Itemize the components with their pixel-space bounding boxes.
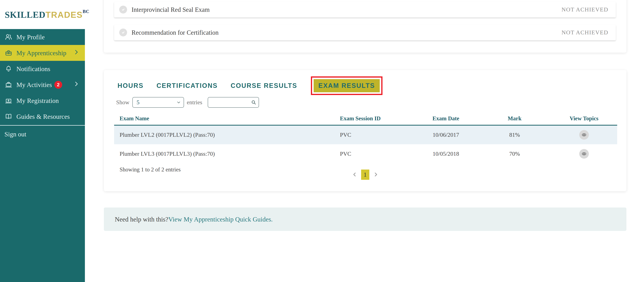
page-size-value: 5 — [136, 99, 176, 106]
sidebar-item-label: My Activities — [16, 81, 52, 89]
brand-trades: TRADES — [46, 10, 83, 20]
help-text: Need help with this? — [115, 215, 168, 223]
brand-logo[interactable]: SKILLEDTRADESBC — [5, 9, 89, 20]
sidebar-item-label: Guides & Resources — [16, 113, 70, 120]
chevron-right-icon — [373, 171, 379, 178]
view-topics-button[interactable] — [579, 149, 589, 159]
brand-bc: BC — [83, 9, 90, 14]
eye-icon — [581, 151, 587, 157]
sidebar-item-label: Notifications — [16, 65, 50, 73]
cell-exam-name: Plumber LVL2 (0017PLLVL2) (Pass:70) — [114, 125, 340, 144]
check-circle-icon — [119, 6, 127, 14]
cell-exam-name: Plumber LVL3 (0017PLLVL3) (Pass:70) — [114, 144, 340, 163]
table-row: Plumber LVL2 (0017PLLVL2) (Pass:70) PVC … — [114, 125, 617, 144]
sidebar-nav: My Profile My Apprenticeship Notificatio… — [0, 29, 85, 282]
column-header-exam-name: Exam Name — [114, 112, 340, 125]
profile-icon — [4, 33, 13, 41]
column-header-mark: Mark — [478, 112, 551, 125]
tab-hours[interactable]: HOURS — [118, 82, 144, 89]
sidebar-item-label: My Profile — [16, 33, 45, 41]
tab-certifications[interactable]: CERTIFICATIONS — [156, 82, 218, 89]
sidebar: SKILLEDTRADESBC My Profile My Apprentice… — [0, 0, 85, 282]
cell-view-topics — [551, 144, 617, 163]
table-row: Plumber LVL3 (0017PLLVL3) (Pass:70) PVC … — [114, 144, 617, 163]
chevron-down-icon — [176, 100, 181, 105]
entries-summary: Showing 1 to 2 of 2 entries — [120, 166, 180, 173]
sidebar-item-my-registration[interactable]: My Registration — [0, 93, 85, 109]
cell-view-topics — [551, 125, 617, 144]
sidebar-item-my-activities[interactable]: My Activities 2 — [0, 77, 85, 93]
exam-results-table: Exam Name Exam Session ID Exam Date Mark… — [114, 112, 617, 163]
table-header-row: Exam Name Exam Session ID Exam Date Mark… — [114, 112, 617, 125]
search-icon — [251, 100, 256, 105]
cell-mark: 70% — [478, 144, 551, 163]
tab-exam-results[interactable]: EXAM RESULTS — [314, 79, 380, 92]
pagination: 1 — [349, 170, 381, 180]
chevron-left-icon — [352, 171, 358, 178]
sidebar-item-guides-resources[interactable]: Guides & Resources — [0, 109, 85, 124]
table-controls: Show 5 entries — [116, 97, 626, 108]
activities-icon — [4, 81, 13, 89]
cell-session-id: PVC — [340, 125, 414, 144]
column-header-view-topics: View Topics — [551, 112, 617, 125]
registration-icon — [4, 97, 13, 105]
column-header-exam-session-id: Exam Session ID — [340, 112, 414, 125]
help-bar: Need help with this? View My Apprentices… — [104, 207, 626, 231]
search-box — [208, 97, 259, 108]
view-topics-button[interactable] — [579, 130, 589, 140]
next-page-button[interactable] — [370, 171, 381, 178]
chevron-right-icon — [73, 49, 80, 57]
check-circle-icon — [119, 29, 127, 36]
cell-exam-date: 10/05/2018 — [414, 144, 478, 163]
sign-out-label: Sign out — [4, 130, 26, 138]
briefcase-icon — [4, 49, 13, 57]
eye-icon — [581, 132, 587, 138]
column-header-exam-date: Exam Date — [414, 112, 478, 125]
sidebar-item-label: My Registration — [16, 97, 59, 104]
tab-bar: HOURS CERTIFICATIONS COURSE RESULTS EXAM… — [104, 70, 626, 95]
book-icon — [4, 112, 13, 121]
achievements-card: Interprovincial Red Seal Exam NOT ACHIEV… — [104, 0, 626, 53]
achievement-row-recommendation: Recommendation for Certification NOT ACH… — [114, 25, 616, 40]
tab-course-results[interactable]: COURSE RESULTS — [230, 82, 297, 89]
sidebar-item-my-apprenticeship[interactable]: My Apprenticeship — [0, 45, 85, 61]
bell-icon — [4, 65, 13, 73]
previous-page-button[interactable] — [349, 171, 360, 178]
annotation-highlight-box: EXAM RESULTS — [311, 76, 382, 95]
cell-session-id: PVC — [340, 144, 414, 163]
results-card: HOURS CERTIFICATIONS COURSE RESULTS EXAM… — [104, 70, 626, 191]
activities-count-badge: 2 — [54, 81, 62, 89]
achievement-row-red-seal-exam: Interprovincial Red Seal Exam NOT ACHIEV… — [114, 2, 616, 18]
brand-skilled: SKILLED — [5, 10, 46, 20]
entries-label: entries — [187, 99, 202, 106]
cell-exam-date: 10/06/2017 — [414, 125, 478, 144]
achievement-label: Interprovincial Red Seal Exam — [132, 6, 210, 13]
achievement-status: NOT ACHIEVED — [562, 29, 608, 36]
sidebar-item-label: My Apprenticeship — [16, 49, 66, 57]
sidebar-item-notifications[interactable]: Notifications — [0, 61, 85, 77]
quick-guides-link[interactable]: View My Apprenticeship Quick Guides. — [168, 215, 273, 223]
cell-mark: 81% — [478, 125, 551, 144]
sign-out-button[interactable]: Sign out — [0, 126, 85, 143]
page-number-1[interactable]: 1 — [361, 170, 369, 180]
page-size-select[interactable]: 5 — [132, 97, 184, 108]
page: SKILLEDTRADESBC My Profile My Apprentice… — [0, 0, 644, 282]
sidebar-item-my-profile[interactable]: My Profile — [0, 29, 85, 45]
chevron-right-icon — [73, 81, 80, 89]
achievement-status: NOT ACHIEVED — [562, 6, 608, 13]
show-label: Show — [116, 99, 129, 106]
achievement-label: Recommendation for Certification — [132, 29, 219, 36]
